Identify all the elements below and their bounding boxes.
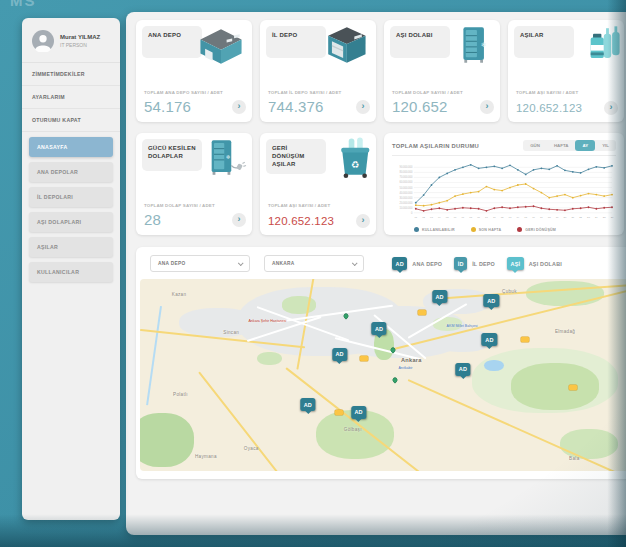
unplugged-fridge-icon: ❄ xyxy=(193,137,249,179)
svg-text:♻: ♻ xyxy=(351,160,359,170)
sidebar-item-ayarlarim[interactable]: AYARLARIM xyxy=(22,86,120,109)
y-tick-label: 40.000.000 xyxy=(399,191,412,195)
map-marker-ad[interactable]: AD xyxy=(482,333,497,346)
data-point xyxy=(580,207,582,209)
tab-gun[interactable]: GÜN xyxy=(523,140,547,151)
data-point xyxy=(564,194,566,196)
map-marker-ad[interactable]: AD xyxy=(484,294,499,307)
data-point xyxy=(486,210,488,212)
chevron-right-button[interactable]: › xyxy=(356,214,370,228)
map-town-label: Sincan xyxy=(223,329,239,334)
line-chart: 010.000.00020.000.00030.000.00040.000.00… xyxy=(392,158,616,224)
user-name: Murat YILMAZ xyxy=(60,34,100,40)
card-title: AŞI DOLABI xyxy=(396,32,444,40)
map-controls: ANA DEPO ANKARA ADANA DEPOİDİL DEPOAŞİAŞ… xyxy=(150,255,624,272)
chevron-right-button[interactable]: › xyxy=(232,100,246,114)
data-point xyxy=(501,206,503,208)
depot-type-select[interactable]: ANA DEPO xyxy=(150,255,250,272)
data-point xyxy=(486,166,488,168)
card-value: 54.176 xyxy=(144,98,191,115)
legend-label: KULLANILABİLİR xyxy=(422,228,455,232)
x-tick-label: 15 xyxy=(524,216,527,219)
card-sublabel: TOPLAM DOLAP SAYISI / ADET xyxy=(392,90,463,95)
data-point xyxy=(470,207,472,209)
y-tick-label: 30.000.000 xyxy=(399,196,412,200)
sidebar-item-oturumu-kapat[interactable]: OTURUMU KAPAT xyxy=(22,109,120,132)
y-tick-label: 90.000.000 xyxy=(399,165,412,169)
data-point xyxy=(556,165,558,167)
map-marker-ad[interactable]: AD xyxy=(455,363,470,376)
tab-yil[interactable]: YIL xyxy=(595,140,616,151)
x-tick-label: 01 xyxy=(414,216,417,219)
data-point xyxy=(493,189,495,191)
series-line xyxy=(416,184,612,206)
x-tick-label: 18 xyxy=(548,216,551,219)
map-panel: ANA DEPO ANKARA ADANA DEPOİDİL DEPOAŞİAŞ… xyxy=(136,247,626,479)
card-sublabel: TOPLAM İL DEPO SAYISI / ADET xyxy=(268,90,341,95)
map-marker-ad[interactable]: AD xyxy=(300,398,315,411)
data-point xyxy=(603,167,605,169)
x-tick-label: 10 xyxy=(485,216,488,219)
x-tick-label: 17 xyxy=(540,216,543,219)
map-poi-label: Anıtkabir xyxy=(398,366,412,370)
x-tick-label: 25 xyxy=(603,216,606,219)
x-tick-label: 26 xyxy=(611,216,614,219)
data-point xyxy=(533,169,535,171)
depot-type-select-value: ANA DEPO xyxy=(158,261,186,266)
svg-text:❄: ❄ xyxy=(481,41,486,48)
x-tick-label: 16 xyxy=(532,216,535,219)
map-marker-ad[interactable]: AD xyxy=(332,348,347,361)
map-town-label: Kazan xyxy=(172,292,187,297)
chart-period-tabs: GÜN HAFTA AY YIL xyxy=(523,140,616,151)
data-point xyxy=(509,207,511,209)
sidebar-item-anasayfa[interactable]: ANASAYFA xyxy=(29,137,113,157)
data-point xyxy=(540,167,542,169)
card-sublabel: TOPLAM AŞI SAYISI / ADET xyxy=(516,90,578,95)
card-value: 28 xyxy=(144,211,161,228)
chevron-right-button[interactable]: › xyxy=(356,100,370,114)
sidebar-item-zimmetimdekiler[interactable]: ZİMMETİMDEKİLER xyxy=(22,63,120,86)
sidebar-item-il-depolari[interactable]: İL DEPOLARI xyxy=(29,187,113,207)
map[interactable]: ADADADADADADADADSincanAnkaraGölbaşıPolat… xyxy=(140,279,626,471)
map-key-item: ADANA DEPO xyxy=(392,257,442,270)
data-point xyxy=(478,208,480,210)
x-tick-label: 06 xyxy=(454,216,457,219)
y-tick-label: 0 xyxy=(411,211,413,215)
vaccine-status-chart-panel: TOPLAM AŞILARIN DURUMU GÜN HAFTA AY YIL … xyxy=(384,133,624,235)
data-point xyxy=(486,186,488,188)
data-point xyxy=(431,204,433,206)
card-sublabel: TOPLAM ANA DEPO SAYISI / ADET xyxy=(144,90,223,95)
map-marker-ad[interactable]: AD xyxy=(432,290,447,303)
card-ana-depo: ANA DEPO TOPLAM ANA DEPO SAYISI / ADET 5… xyxy=(136,20,252,122)
city-select[interactable]: ANKARA xyxy=(264,255,364,272)
sidebar-item-asi-dolaplari[interactable]: AŞI DOLAPLARI xyxy=(29,212,113,232)
map-poi-label: AKM Millet Bahçesi xyxy=(447,324,478,328)
map-town-label: Haymana xyxy=(195,453,217,458)
map-town-label: Oyaca xyxy=(244,445,259,450)
tab-hafta[interactable]: HAFTA xyxy=(547,140,576,151)
data-point xyxy=(446,200,448,202)
chevron-right-button[interactable]: › xyxy=(480,100,494,114)
data-point xyxy=(501,190,503,192)
x-tick-label: 02 xyxy=(422,216,425,219)
card-geri-donusum-asilar: GERİ DÖNÜŞÜM AŞILAR ♻ TOPLAM AŞI SAYISI … xyxy=(260,133,376,235)
x-tick-label: 04 xyxy=(438,216,441,219)
data-point xyxy=(446,172,448,174)
chevron-right-button[interactable]: › xyxy=(232,213,246,227)
chevron-right-button[interactable]: › xyxy=(604,101,618,115)
data-point xyxy=(572,208,574,210)
sidebar-item-ana-depolar[interactable]: ANA DEPOLAR xyxy=(29,162,113,182)
map-marker-ad[interactable]: AD xyxy=(351,406,366,419)
data-point xyxy=(462,193,464,195)
x-tick-label: 05 xyxy=(446,216,449,219)
sidebar-item-kullanicilar[interactable]: KULLANICILAR xyxy=(29,262,113,282)
y-tick-label: 80.000.000 xyxy=(399,170,412,174)
data-point xyxy=(493,165,495,167)
sidebar-item-asilar[interactable]: AŞILAR xyxy=(29,237,113,257)
tab-ay[interactable]: AY xyxy=(575,140,595,151)
data-point xyxy=(462,207,464,209)
legend-dot-icon xyxy=(471,227,476,232)
data-point xyxy=(611,165,613,167)
map-marker-ad[interactable]: AD xyxy=(371,322,386,335)
data-point xyxy=(595,194,597,196)
